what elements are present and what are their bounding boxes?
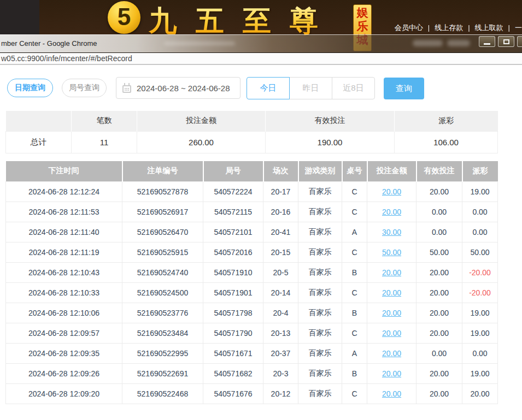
table-cell: 540572224 [203,181,263,202]
table-cell: 20.00 [462,383,498,404]
table-cell: 2024-06-28 12:10:06 [6,303,122,323]
round-query-tab[interactable]: 局号查询 [62,79,107,97]
date-query-tab[interactable]: 日期查询 [7,79,53,97]
summary-cell: 总计 [6,131,72,153]
nav-divider: | [463,23,474,32]
bet-amount-cell: 30.00 [367,222,417,242]
bet-amount-link[interactable]: 20.00 [382,369,401,378]
table-cell: B [342,363,367,383]
table-cell: 2024-06-28 12:10:43 [6,262,122,282]
table-cell: 20-5 [263,262,298,282]
column-header: 投注金额 [367,161,417,181]
summary-column-header [6,111,72,131]
url-text: w05.cc:9900/infe/mcenter/#/betRecord [0,54,132,63]
bet-amount-link[interactable]: 20.00 [382,309,401,317]
table-cell: 2024-06-28 12:09:20 [6,383,122,404]
table-cell: 0.00 [417,343,462,363]
maximize-icon [503,39,509,44]
table-row: 2024-06-28 12:09:26521690522691540571682… [6,363,498,383]
table-cell: 521690522468 [122,383,203,404]
table-cell: 20.00 [417,363,462,383]
table-row: 2024-06-28 12:12:24521690527878540572224… [6,181,498,202]
table-cell: C [342,323,367,343]
date-range-input[interactable]: 2024-06-28 ~ 2024-06-28 [116,77,241,99]
table-cell: 540572115 [203,202,263,222]
bet-amount-link[interactable]: 20.00 [382,329,401,338]
table-row: 2024-06-28 12:11:40521690526470540572101… [6,222,498,242]
nav-link[interactable]: 线上取款 [475,23,503,32]
bet-amount-link[interactable]: 50.00 [382,248,401,257]
bet-amount-cell: 20.00 [367,202,417,222]
table-cell: C [342,282,367,303]
column-header: 桌号 [342,161,367,181]
table-cell: 521690525915 [122,242,203,262]
table-cell: 521690526470 [122,222,203,242]
minimize-button[interactable] [479,36,495,47]
column-header: 局号 [203,161,263,181]
last8days-button[interactable]: 近8日 [332,77,375,99]
table-row: 2024-06-28 12:09:57521690523484540571790… [6,323,498,343]
summary-column-header: 笔数 [72,111,137,131]
table-cell: 20-4 [263,303,298,323]
table-cell: 百家乐 [298,202,342,222]
table-cell: 百家乐 [298,323,342,343]
close-button[interactable]: ✕ [517,36,522,47]
table-cell: 2024-06-28 12:11:53 [6,202,122,222]
bet-amount-link[interactable]: 20.00 [382,208,401,216]
table-cell: 0.00 [417,222,462,242]
badge-char: 乐 [357,19,368,33]
table-cell: 0.00 [462,222,498,242]
today-label: 今日 [260,83,277,93]
nav-divider: | [503,23,515,32]
banner-left-block [0,0,39,34]
table-cell: 540571671 [203,343,263,363]
last8days-label: 近8日 [343,83,363,93]
nav-link[interactable]: 一键收 [515,23,522,32]
table-cell: 2024-06-28 12:11:19 [6,242,122,262]
bet-amount-link[interactable]: 20.00 [382,389,401,398]
banner-nav: 会员中心|线上存款|线上取款|一键收 [395,23,522,33]
table-cell: 百家乐 [298,242,342,262]
search-button[interactable]: 查询 [384,78,424,99]
table-cell: 20.00 [417,282,462,303]
table-cell: 百家乐 [298,262,342,282]
today-button[interactable]: 今日 [247,77,290,99]
table-cell: 540572101 [203,222,263,242]
table-cell: 百家乐 [298,222,342,242]
bet-amount-link[interactable]: 20.00 [382,187,401,196]
table-cell: C [342,383,367,404]
table-cell: 2024-06-28 12:11:40 [6,222,122,242]
yesterday-label: 昨日 [303,83,319,93]
address-bar[interactable]: w05.cc:9900/infe/mcenter/#/betRecord [0,53,522,65]
nav-link[interactable]: 线上存款 [435,23,463,32]
table-cell: 百家乐 [298,282,342,303]
table-cell: 20.00 [417,323,462,343]
table-cell: 540571676 [203,383,263,404]
table-cell: 0.00 [462,202,498,222]
table-cell: 521690522691 [122,363,203,383]
table-cell: 百家乐 [298,343,342,363]
bet-amount-link[interactable]: 30.00 [382,228,401,236]
table-cell: C [342,202,367,222]
bet-amount-cell: 20.00 [367,282,417,303]
table-cell: 50.00 [462,242,498,262]
column-header: 派彩 [462,161,498,181]
table-cell: C [342,242,367,262]
table-cell: 19.00 [462,303,498,323]
bet-amount-link[interactable]: 20.00 [382,268,401,277]
table-cell: 2024-06-28 12:09:35 [6,343,122,363]
table-row: 2024-06-28 12:10:43521690524740540571910… [6,262,498,282]
maximize-button[interactable] [498,36,514,47]
bet-amount-link[interactable]: 20.00 [382,288,401,297]
table-cell: 20-14 [263,282,298,303]
window-titlebar[interactable]: mber Center - Google Chrome ✕ [0,34,522,53]
table-row: 2024-06-28 12:10:33521690524500540571901… [6,282,498,303]
table-cell: B [342,303,367,323]
bet-amount-link[interactable]: 20.00 [382,349,401,358]
logo-number: 5 [118,3,131,31]
table-cell: 20.00 [417,262,462,282]
table-cell: 20-37 [263,343,298,363]
nav-link[interactable]: 会员中心 [395,23,423,32]
yesterday-button[interactable]: 昨日 [289,77,332,99]
window-controls: ✕ [479,36,522,47]
